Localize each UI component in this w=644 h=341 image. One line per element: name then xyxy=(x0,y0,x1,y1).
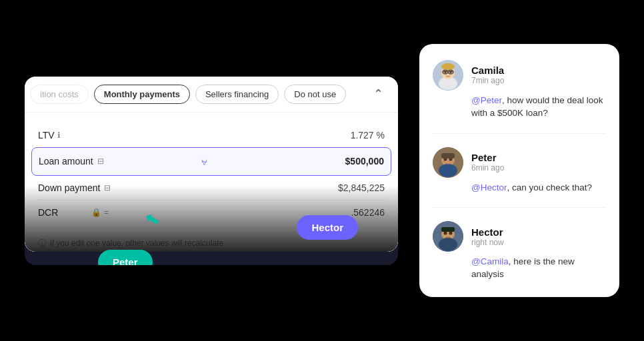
dcr-label: DCR xyxy=(38,207,91,218)
peter-sender-info: Peter 6min ago xyxy=(471,152,504,172)
down-payment-row: Down payment ⊟ $2,845,225 xyxy=(38,176,385,200)
svg-rect-14 xyxy=(441,153,455,159)
peter-avatar-img xyxy=(433,147,463,178)
camila-mention: @Peter xyxy=(471,95,502,105)
hector-mention: @Camila xyxy=(471,256,509,266)
tab-do-not-use[interactable]: Do not use xyxy=(284,85,346,104)
tab-monthly-payments[interactable]: Monthly payments xyxy=(94,85,190,104)
dcr-value: .562246 xyxy=(351,207,385,218)
down-payment-icon[interactable]: ⊟ xyxy=(104,183,111,192)
info-text: if you edit one value, other values will… xyxy=(50,238,223,248)
ltv-row: LTV ℹ 1.727 % xyxy=(38,123,385,147)
peter-mention: @Hector xyxy=(471,182,507,192)
down-payment-value: $2,845,225 xyxy=(338,182,385,193)
ltv-info-icon[interactable]: ℹ xyxy=(57,131,61,140)
peter-message-text: @Hector, can you check that? xyxy=(433,182,606,194)
loan-amount-row[interactable]: Loan amount ⊟ ⍱ $500,000 xyxy=(31,147,391,176)
chat-message-peter: Peter 6min ago @Hector, can you check th… xyxy=(433,147,606,194)
lock-icon[interactable]: 🔒 xyxy=(91,208,101,217)
peter-name: Peter xyxy=(471,152,504,163)
fields-area: LTV ℹ 1.727 % Loan amount ⊟ ⍱ $500,000 xyxy=(25,113,398,230)
peter-time: 6min ago xyxy=(471,163,504,172)
divider-2 xyxy=(433,207,606,208)
info-icon: ⓘ xyxy=(38,238,46,249)
svg-point-7 xyxy=(449,71,452,73)
hector-avatar-img xyxy=(433,221,463,252)
hector-header: Hector right now xyxy=(433,221,606,252)
peter-avatar xyxy=(433,147,463,178)
loan-amount-value: $500,000 xyxy=(345,156,384,167)
svg-point-18 xyxy=(444,232,447,235)
cursor-icon: ⍱ xyxy=(201,155,208,169)
chat-card: Camila 7min ago @Peter, how would the de… xyxy=(419,44,619,297)
svg-point-17 xyxy=(439,238,457,251)
calculator-card: ition costs Monthly payments Sellers fin… xyxy=(25,77,398,265)
hector-name: Hector xyxy=(471,226,504,238)
loan-amount-icon[interactable]: ⊟ xyxy=(97,157,104,166)
camila-time: 7min ago xyxy=(471,76,504,85)
down-payment-label: Down payment ⊟ xyxy=(38,182,131,193)
tab-acquisition-costs[interactable]: ition costs xyxy=(30,85,89,104)
hector-message-text: @Camila, here is the new analysis xyxy=(433,256,606,281)
ltv-label: LTV ℹ xyxy=(38,130,131,141)
tab-sellers-financing[interactable]: Sellers financing xyxy=(195,85,279,104)
chat-message-hector: Hector right now @Camila, here is the ne… xyxy=(433,221,606,281)
camila-sender-info: Camila 7min ago xyxy=(471,65,504,85)
svg-point-11 xyxy=(439,164,457,177)
hector-sender-info: Hector right now xyxy=(471,226,504,247)
divider-1 xyxy=(433,133,606,134)
equals-icon[interactable]: = xyxy=(104,208,109,217)
peter-badge: Peter xyxy=(98,250,153,265)
peter-message-body: , can you check that? xyxy=(507,182,592,192)
camila-avatar-img xyxy=(433,60,463,91)
main-scene: ition costs Monthly payments Sellers fin… xyxy=(0,0,644,341)
camila-avatar xyxy=(433,60,463,91)
tabs-row: ition costs Monthly payments Sellers fin… xyxy=(25,77,398,113)
svg-point-19 xyxy=(449,232,453,235)
dcr-icons: 🔒 = xyxy=(91,208,109,217)
svg-point-8 xyxy=(441,63,455,70)
loan-amount-label: Loan amount ⊟ xyxy=(39,156,132,167)
ltv-value: 1.727 % xyxy=(351,130,385,141)
peter-header: Peter 6min ago xyxy=(433,147,606,178)
camila-header: Camila 7min ago xyxy=(433,60,606,91)
svg-rect-20 xyxy=(441,227,455,232)
chat-message-camila: Camila 7min ago @Peter, how would the de… xyxy=(433,60,606,120)
hector-avatar xyxy=(433,221,463,252)
camila-message-text: @Peter, how would the deal look with a $… xyxy=(433,95,606,120)
hector-time: right now xyxy=(471,238,504,247)
hector-badge: Hector xyxy=(297,215,358,240)
collapse-button[interactable]: ⌃ xyxy=(369,85,387,103)
svg-point-6 xyxy=(444,71,447,73)
camila-name: Camila xyxy=(471,65,504,76)
